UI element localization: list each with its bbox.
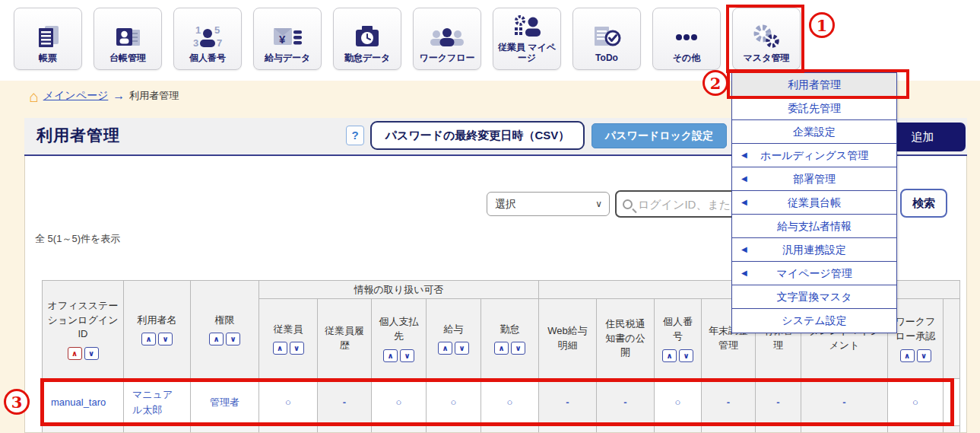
svg-text:1: 1 xyxy=(195,24,201,36)
submenu-arrow-icon: ◀ xyxy=(741,144,747,167)
toolbar-button-todo[interactable]: ToDo xyxy=(572,8,641,70)
toolbar-button-label: その他 xyxy=(655,53,718,64)
annotation-step-3: 3 xyxy=(4,389,30,415)
column-header-attendance: 勤怠 ∧∨ xyxy=(481,299,539,379)
chevron-down-icon: ∨ xyxy=(595,193,602,215)
sort-desc-button[interactable]: ∨ xyxy=(290,342,304,355)
column-header-employee: 従業員 ∧∨ xyxy=(259,299,318,379)
my-number-icon: 1537 xyxy=(191,21,224,53)
sort-asc-button[interactable]: ∧ xyxy=(438,342,452,355)
submenu-arrow-icon: ◀ xyxy=(741,238,747,261)
home-icon: ⌂ xyxy=(29,88,39,104)
cell-my-number: ○ xyxy=(655,379,702,426)
attendance-data-icon xyxy=(350,21,384,53)
sort-asc-button[interactable]: ∧ xyxy=(141,333,156,345)
cell-role: 管理者 xyxy=(191,379,259,426)
forms-icon xyxy=(31,21,65,53)
menu-item-salary-payer-info[interactable]: 給与支払者情報 xyxy=(732,215,896,238)
column-header-web-payslip: Web給与明細 xyxy=(539,299,597,379)
menu-item-system-settings[interactable]: システム設定 xyxy=(732,309,896,333)
toolbar-button-master-admin[interactable]: マスタ管理 xyxy=(732,8,801,70)
sort-asc-button[interactable]: ∧ xyxy=(273,342,287,355)
sort-asc-button[interactable]: ∧ xyxy=(494,342,509,355)
sort-desc-button[interactable]: ∨ xyxy=(400,349,414,362)
menu-item-holdings-management[interactable]: ◀ホールディングス管理 xyxy=(732,144,896,167)
sort-desc-button[interactable]: ∨ xyxy=(917,349,931,362)
cell-resident-tax-notice: - xyxy=(597,379,655,426)
toolbar-button-label: ワークフロー xyxy=(415,53,479,64)
submenu-arrow-icon: ◀ xyxy=(741,262,747,285)
menu-item-company-settings[interactable]: 企業設定 xyxy=(732,120,896,144)
help-button[interactable]: ? xyxy=(346,126,364,145)
annotation-step-1: 1 xyxy=(809,12,835,38)
column-header-role: 権限 ∧∨ xyxy=(191,281,259,379)
toolbar-button-label: マスタ管理 xyxy=(734,53,798,64)
toolbar-button-ledger[interactable]: 台帳管理 xyxy=(94,8,162,70)
result-count-text: 全 5(1～5)件を表示 xyxy=(35,232,120,246)
toolbar-button-attendance-data[interactable]: 勤怠データ xyxy=(333,8,401,70)
breadcrumb-arrow-icon: → xyxy=(113,89,125,103)
user-login-id-link[interactable]: manual_taro xyxy=(51,396,106,408)
sort-asc-button[interactable]: ∧ xyxy=(383,349,398,362)
menu-item-contractor-management[interactable]: 委託先管理 xyxy=(732,97,896,120)
toolbar-button-label: 給与データ xyxy=(255,53,319,64)
group-header-info-handling: 情報の取り扱い可否 xyxy=(259,281,539,299)
cell-user-name: マニュアル太郎 xyxy=(124,379,191,426)
sort-asc-button[interactable]: ∧ xyxy=(662,349,677,362)
column-header-my-number: 個人番号 ∧∨ xyxy=(655,299,702,379)
employee-mypage-icon xyxy=(510,11,544,43)
cell-employee-history: - xyxy=(318,379,372,426)
cell-talent-management: - xyxy=(801,379,888,426)
filter-select[interactable]: 選択 ∨ xyxy=(487,192,610,216)
submenu-arrow-icon: ◀ xyxy=(741,167,747,190)
sort-desc-button[interactable]: ∨ xyxy=(84,347,99,360)
breadcrumb-current: 利用者管理 xyxy=(129,89,179,103)
master-admin-dropdown-menu: 利用者管理 委託先管理 企業設定 ◀ホールディングス管理 ◀部署管理 ◀従業員台… xyxy=(731,72,897,333)
menu-item-user-management[interactable]: 利用者管理 xyxy=(732,73,896,97)
column-header-login-id: オフィスステーションログインID ∧∨ xyxy=(43,281,124,379)
sort-desc-button[interactable]: ∨ xyxy=(158,333,173,345)
svg-text:3: 3 xyxy=(193,37,198,49)
toolbar-button-my-number[interactable]: 1537 個人番号 xyxy=(173,8,242,70)
menu-item-employee-ledger[interactable]: ◀従業員台帳 xyxy=(732,191,896,215)
sort-desc-button[interactable]: ∨ xyxy=(226,333,240,345)
menu-item-generic-integration-settings[interactable]: ◀汎用連携設定 xyxy=(732,238,896,262)
search-button[interactable]: 検索 xyxy=(900,189,947,218)
toolbar-button-label: 勤怠データ xyxy=(335,53,399,64)
menu-item-character-replacement-master[interactable]: 文字置換マスタ xyxy=(732,285,896,309)
search-icon xyxy=(623,199,633,209)
toolbar-button-forms[interactable]: 帳票 xyxy=(14,8,82,70)
breadcrumb-main-page-link[interactable]: メインページ xyxy=(43,89,109,103)
filter-select-value: 選択 xyxy=(495,198,516,210)
sort-desc-button[interactable]: ∨ xyxy=(455,342,469,355)
submenu-arrow-icon: ◀ xyxy=(741,191,747,214)
annotation-step-2: 2 xyxy=(702,70,728,96)
toolbar-button-label: 個人番号 xyxy=(176,53,239,64)
sort-desc-button[interactable]: ∨ xyxy=(511,342,525,355)
sort-asc-button[interactable]: ∧ xyxy=(209,333,224,345)
password-lock-settings-button[interactable]: パスワードロック設定 xyxy=(591,123,727,148)
cell-year-end-adjustment: - xyxy=(702,379,756,426)
workflow-icon xyxy=(428,21,466,53)
cell-attendance: ○ xyxy=(481,379,539,426)
page-title: 利用者管理 xyxy=(36,125,120,146)
table-row: manual_taro マニュアル太郎 管理者 ○ - ○ ○ ○ - - ○ … xyxy=(43,379,960,426)
toolbar-button-more[interactable]: その他 xyxy=(652,8,721,70)
svg-text:5: 5 xyxy=(214,24,220,36)
column-header-resident-tax-notice: 住民税通知書の公開 xyxy=(597,299,655,379)
payroll-data-icon: ¥ xyxy=(271,21,304,53)
toolbar-button-label: ToDo xyxy=(575,53,639,64)
toolbar-button-workflow[interactable]: ワークフロー xyxy=(413,8,481,70)
toolbar-button-employee-mypage[interactable]: 従業員 マイページ xyxy=(493,8,561,70)
menu-item-department-management[interactable]: ◀部署管理 xyxy=(732,167,896,191)
toolbar-button-label: 帳票 xyxy=(16,53,80,64)
sort-asc-button[interactable]: ∧ xyxy=(900,349,915,362)
cell-web-payslip: - xyxy=(539,379,597,426)
sort-asc-button[interactable]: ∧ xyxy=(68,347,82,360)
menu-item-mypage-management[interactable]: ◀マイページ管理 xyxy=(732,262,896,285)
svg-text:¥: ¥ xyxy=(279,33,286,46)
toolbar-button-payroll-data[interactable]: ¥ 給与データ xyxy=(253,8,322,70)
password-last-changed-csv-button[interactable]: パスワードの最終変更日時（CSV） xyxy=(370,121,585,150)
column-header-employee-history: 従業員履歴 xyxy=(318,299,372,379)
sort-desc-button[interactable]: ∨ xyxy=(679,349,693,362)
